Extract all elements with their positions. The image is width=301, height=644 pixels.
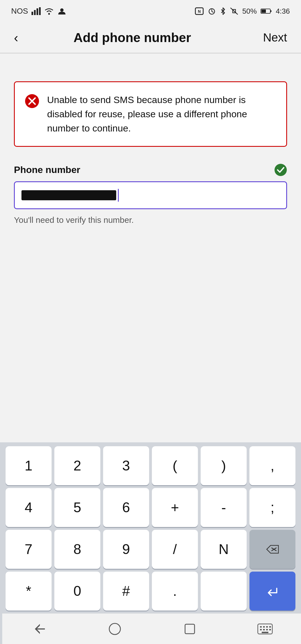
- signal-icon: [31, 7, 41, 15]
- nav-back-icon: [33, 622, 47, 636]
- check-icon: [274, 164, 287, 176]
- hint-text: You'll need to verify this number.: [14, 215, 134, 225]
- svg-text:N: N: [198, 9, 201, 14]
- bluetooth-icon: [220, 7, 226, 15]
- svg-rect-2: [37, 8, 38, 15]
- wifi-icon: [44, 7, 54, 15]
- mute-icon: [230, 7, 238, 15]
- nfc-icon: N: [195, 7, 204, 15]
- status-left: NOS: [11, 7, 67, 16]
- svg-point-22: [109, 623, 120, 635]
- phone-number-value: [21, 190, 116, 200]
- svg-rect-32: [269, 629, 271, 630]
- svg-point-18: [275, 164, 287, 176]
- key-semicolon[interactable]: ;: [249, 488, 295, 527]
- svg-marker-21: [35, 624, 45, 634]
- key-2[interactable]: 2: [54, 446, 100, 485]
- svg-rect-0: [31, 12, 33, 15]
- svg-line-10: [212, 11, 213, 12]
- status-right: N 50% 4:36: [195, 7, 290, 16]
- nav-back-button[interactable]: [30, 619, 50, 639]
- svg-rect-30: [263, 629, 265, 630]
- key-5[interactable]: 5: [54, 488, 100, 527]
- svg-line-11: [230, 8, 238, 14]
- svg-rect-33: [262, 632, 268, 633]
- nav-bar: [2, 613, 301, 644]
- nav-home-button[interactable]: [105, 619, 125, 639]
- top-nav: ‹ Add phone number Next: [0, 22, 301, 53]
- key-hash[interactable]: #: [103, 572, 149, 611]
- key-period[interactable]: .: [152, 572, 198, 611]
- key-n[interactable]: N: [201, 530, 247, 569]
- svg-rect-3: [39, 7, 41, 15]
- keyboard-row-3: 7 8 9 / N: [2, 530, 299, 569]
- key-0[interactable]: 0: [54, 572, 100, 611]
- keyboard: 1 2 3 ( ) , 4 5 6 + - ; 7 8 9 / N * 0 #: [0, 442, 301, 644]
- svg-rect-23: [185, 624, 195, 634]
- key-space[interactable]: [201, 572, 247, 611]
- key-8[interactable]: 8: [54, 530, 100, 569]
- alarm-icon: [208, 7, 216, 15]
- content-area: Unable to send SMS because phone number …: [0, 53, 301, 225]
- svg-rect-25: [260, 626, 262, 628]
- key-3[interactable]: 3: [103, 446, 149, 485]
- key-enter[interactable]: [249, 572, 295, 611]
- key-9[interactable]: 9: [103, 530, 149, 569]
- key-7[interactable]: 7: [6, 530, 52, 569]
- svg-point-5: [60, 8, 64, 12]
- svg-rect-28: [269, 626, 271, 628]
- battery-icon: [261, 8, 272, 14]
- field-label-row: Phone number: [14, 164, 287, 176]
- backspace-icon: [266, 544, 280, 554]
- key-slash[interactable]: /: [152, 530, 198, 569]
- page-title: Add phone number: [4, 30, 260, 45]
- svg-point-4: [48, 13, 50, 15]
- time-label: 4:36: [276, 7, 290, 16]
- field-label: Phone number: [14, 164, 80, 175]
- nav-keyboard-icon: [257, 623, 273, 635]
- error-box: Unable to send SMS because phone number …: [14, 81, 287, 147]
- key-plus[interactable]: +: [152, 488, 198, 527]
- nav-home-icon: [108, 622, 122, 636]
- svg-rect-13: [261, 9, 266, 13]
- key-comma[interactable]: ,: [249, 446, 295, 485]
- key-4[interactable]: 4: [6, 488, 52, 527]
- key-backspace[interactable]: [249, 530, 295, 569]
- key-open-paren[interactable]: (: [152, 446, 198, 485]
- keyboard-row-2: 4 5 6 + - ;: [2, 488, 299, 527]
- error-message: Unable to send SMS because phone number …: [47, 93, 276, 135]
- svg-rect-27: [266, 626, 268, 628]
- key-close-paren[interactable]: ): [201, 446, 247, 485]
- status-bar: NOS N: [0, 0, 301, 22]
- text-cursor: [118, 189, 119, 202]
- svg-rect-1: [34, 10, 36, 15]
- enter-icon: [266, 586, 280, 597]
- carrier-label: NOS: [11, 7, 28, 16]
- key-6[interactable]: 6: [103, 488, 149, 527]
- account-icon: [57, 7, 67, 15]
- svg-rect-29: [260, 629, 262, 630]
- battery-label: 50%: [242, 7, 257, 16]
- keyboard-row-1: 1 2 3 ( ) ,: [2, 446, 299, 485]
- error-icon: [25, 94, 39, 108]
- nav-recents-icon: [183, 622, 197, 636]
- phone-input-field[interactable]: [14, 181, 287, 209]
- svg-rect-31: [266, 629, 268, 630]
- svg-rect-26: [263, 626, 265, 628]
- key-star[interactable]: *: [6, 572, 52, 611]
- next-button[interactable]: Next: [260, 28, 290, 47]
- nav-recents-button[interactable]: [180, 619, 200, 639]
- svg-rect-14: [270, 10, 271, 12]
- key-1[interactable]: 1: [6, 446, 52, 485]
- keyboard-row-4: * 0 # .: [2, 572, 299, 611]
- key-minus[interactable]: -: [201, 488, 247, 527]
- nav-keyboard-button[interactable]: [254, 621, 276, 637]
